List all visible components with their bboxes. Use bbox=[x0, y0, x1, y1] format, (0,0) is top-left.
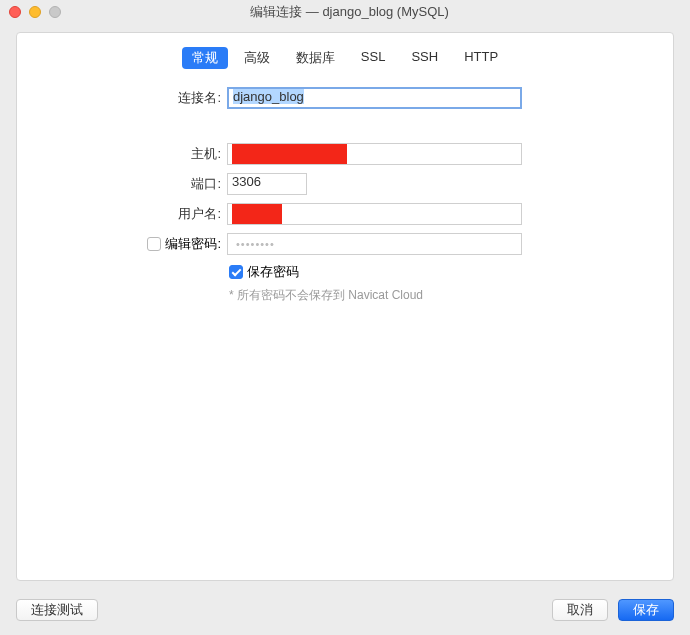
password-input[interactable]: •••••••• bbox=[227, 233, 522, 255]
save-password-checkbox[interactable] bbox=[229, 265, 243, 279]
tabs: 常规 高级 数据库 SSL SSH HTTP bbox=[17, 33, 673, 87]
tab-general[interactable]: 常规 bbox=[182, 47, 228, 69]
connection-name-input[interactable]: django_blog bbox=[227, 87, 522, 109]
connection-name-label: 连接名: bbox=[37, 89, 227, 107]
content-frame: 常规 高级 数据库 SSL SSH HTTP 连接名: django_blog … bbox=[16, 32, 674, 581]
close-icon[interactable] bbox=[9, 6, 21, 18]
footer: 连接测试 取消 保存 bbox=[16, 599, 674, 621]
tab-database[interactable]: 数据库 bbox=[286, 47, 345, 69]
host-input[interactable] bbox=[227, 143, 522, 165]
test-connection-button[interactable]: 连接测试 bbox=[16, 599, 98, 621]
username-input[interactable] bbox=[227, 203, 522, 225]
tab-ssh[interactable]: SSH bbox=[401, 47, 448, 69]
tab-http[interactable]: HTTP bbox=[454, 47, 508, 69]
edit-password-label-wrap: 编辑密码: bbox=[37, 235, 227, 253]
tab-advanced[interactable]: 高级 bbox=[234, 47, 280, 69]
tab-ssl[interactable]: SSL bbox=[351, 47, 396, 69]
username-label: 用户名: bbox=[37, 205, 227, 223]
traffic-lights bbox=[9, 6, 61, 18]
host-label: 主机: bbox=[37, 145, 227, 163]
edit-password-checkbox[interactable] bbox=[147, 237, 161, 251]
save-password-label: 保存密码 bbox=[247, 263, 299, 281]
cancel-button[interactable]: 取消 bbox=[552, 599, 608, 621]
password-hint: * 所有密码不会保存到 Navicat Cloud bbox=[37, 287, 653, 304]
edit-password-label: 编辑密码: bbox=[165, 235, 221, 253]
port-label: 端口: bbox=[37, 175, 227, 193]
window-title: 编辑连接 — django_blog (MySQL) bbox=[9, 3, 690, 21]
redacted-username bbox=[232, 204, 282, 224]
port-input[interactable]: 3306 bbox=[227, 173, 307, 195]
titlebar: 编辑连接 — django_blog (MySQL) bbox=[0, 0, 690, 24]
redacted-host bbox=[232, 144, 347, 164]
save-button[interactable]: 保存 bbox=[618, 599, 674, 621]
connection-form: 连接名: django_blog 主机: 端口: 3306 用户名: 编辑密码:… bbox=[17, 87, 673, 304]
minimize-icon[interactable] bbox=[29, 6, 41, 18]
maximize-icon bbox=[49, 6, 61, 18]
